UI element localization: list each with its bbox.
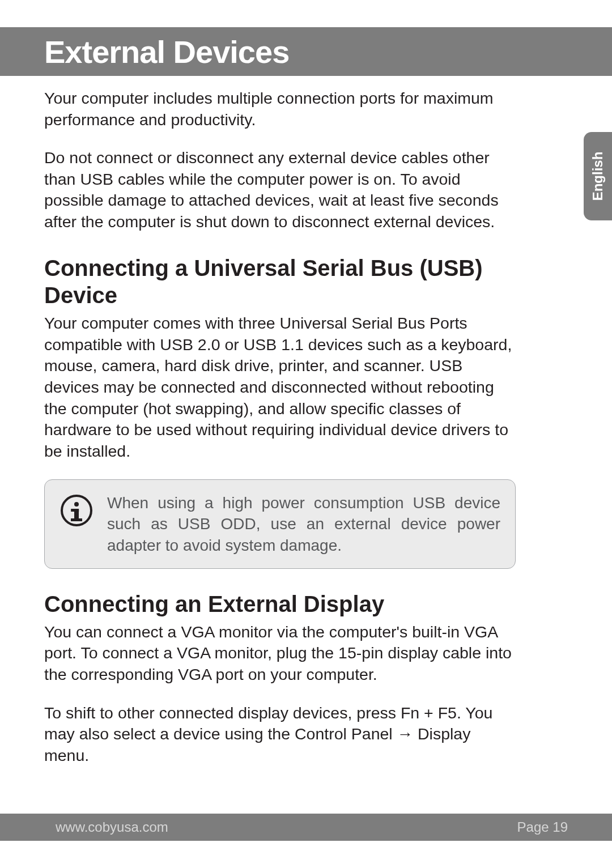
intro-paragraph-2: Do not connect or disconnect any externa… [44,147,516,232]
footer-page-number: Page 19 [517,819,568,835]
info-callout-text: When using a high power consumption USB … [107,492,500,556]
info-icon [61,495,92,526]
display-paragraph-2: To shift to other connected display devi… [44,703,516,767]
info-icon-wrap [61,492,92,556]
page-content: Your computer includes multiple connecti… [44,88,516,784]
footer-bar: www.cobyusa.com Page 19 [0,814,612,841]
usb-paragraph: Your computer comes with three Universal… [44,313,516,462]
footer-url: www.cobyusa.com [56,819,168,835]
page-title-bar: External Devices [0,27,612,76]
intro-paragraph-1: Your computer includes multiple connecti… [44,88,516,130]
heading-display: Connecting an External Display [44,590,516,618]
language-tab-label: English [590,152,606,201]
arrow-right-icon: → [397,725,414,743]
language-tab: English [584,132,612,220]
info-callout: When using a high power consumption USB … [44,479,516,569]
display-paragraph-1: You can connect a VGA monitor via the co… [44,622,516,686]
page-title: External Devices [44,33,289,70]
heading-usb: Connecting a Universal Serial Bus (USB) … [44,254,516,310]
